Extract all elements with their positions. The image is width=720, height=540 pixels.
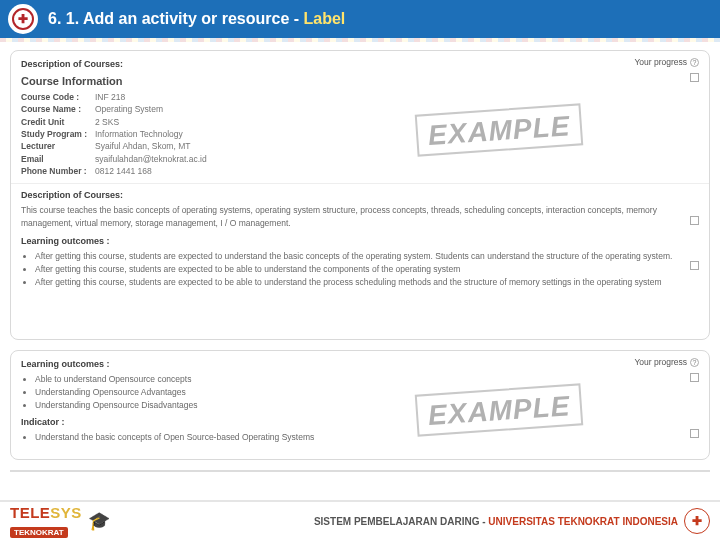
help-icon[interactable]: ? — [690, 58, 699, 67]
list-item: Understanding Opensource Disadvantages — [35, 399, 699, 412]
example-panel-1: Your progress ? Description of Courses: … — [10, 50, 710, 340]
progress-label: Your progress — [634, 57, 687, 67]
page-title: 6. 1. Add an activity or resource - Labe… — [48, 10, 345, 28]
progress-indicator: Your progress ? — [634, 57, 699, 67]
footer: TELESYS TEKNOKRAT 🎓 SISTEM PEMBELAJARAN … — [0, 500, 720, 540]
course-info-heading: Course Information — [21, 75, 699, 87]
header-accent — [0, 38, 720, 42]
footer-brand: TELESYS TEKNOKRAT 🎓 — [10, 504, 110, 539]
course-description: This course teaches the basic concepts o… — [21, 204, 699, 230]
completion-checkbox[interactable] — [690, 373, 699, 384]
kv-study-program: Study Program :Information Technology — [21, 128, 699, 140]
lo-list: Able to understand Opensource concepts U… — [21, 373, 699, 413]
lo-label: Learning outcomes : — [21, 236, 699, 246]
kv-course-code: Course Code :INF 218 — [21, 91, 699, 103]
brand-sub: TEKNOKRAT — [10, 527, 68, 538]
completion-checkbox[interactable] — [690, 429, 699, 440]
indicator-label: Indicator : — [21, 417, 699, 427]
lo-label: Learning outcomes : — [21, 359, 699, 369]
section-desc-label: Description of Courses: — [21, 59, 699, 69]
kv-lecturer: LecturerSyaiful Ahdan, Skom, MT — [21, 140, 699, 152]
institution-logo: ✚ — [8, 4, 38, 34]
divider — [11, 183, 709, 184]
kv-phone: Phone Number :0812 1441 168 — [21, 165, 699, 177]
help-icon[interactable]: ? — [690, 358, 699, 367]
list-item: Understanding Opensource Advantages — [35, 386, 699, 399]
example-panel-2: Your progress ? Learning outcomes : Able… — [10, 350, 710, 460]
kv-email: Emailsyaifulahdan@teknokrat.ac.id — [21, 153, 699, 165]
list-item: Understand the basic concepts of Open So… — [35, 431, 699, 444]
kv-credit-unit: Credit Unit2 SKS — [21, 116, 699, 128]
page-body: Your progress ? Description of Courses: … — [0, 42, 720, 460]
header-bar: ✚ 6. 1. Add an activity or resource - La… — [0, 0, 720, 38]
section-desc2-label: Description of Courses: — [21, 190, 699, 200]
list-item: Able to understand Opensource concepts — [35, 373, 699, 386]
completion-checkbox[interactable] — [690, 261, 699, 272]
list-item: After getting this course, students are … — [35, 250, 699, 263]
kv-course-name: Course Name :Operating System — [21, 103, 699, 115]
lo-list: After getting this course, students are … — [21, 250, 699, 290]
title-emph: Label — [304, 10, 346, 27]
completion-checkbox[interactable] — [690, 73, 699, 84]
graduation-cap-icon: 🎓 — [88, 510, 110, 532]
list-item: After getting this course, students are … — [35, 276, 699, 289]
list-item: After getting this course, students are … — [35, 263, 699, 276]
progress-label: Your progress — [634, 357, 687, 367]
footer-institution-logo: ✚ — [684, 508, 710, 534]
footer-right: SISTEM PEMBELAJARAN DARING - UNIVERSITAS… — [314, 508, 710, 534]
indicator-list: Understand the basic concepts of Open So… — [21, 431, 699, 444]
completion-checkbox[interactable] — [690, 216, 699, 227]
footer-text: SISTEM PEMBELAJARAN DARING - UNIVERSITAS… — [314, 516, 678, 527]
progress-indicator: Your progress ? — [634, 357, 699, 367]
footer-divider — [10, 470, 710, 472]
title-text: 6. 1. Add an activity or resource - — [48, 10, 304, 27]
brand-logo-text: TELESYS — [10, 504, 82, 521]
